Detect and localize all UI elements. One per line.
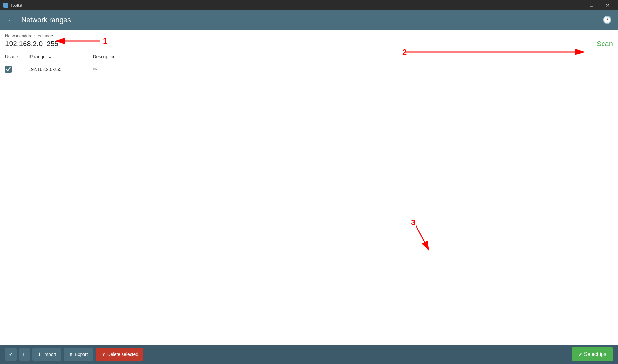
history-icon[interactable]: 🕐 [603, 16, 612, 24]
range-left: Network addresses range 192.168.2.0–255 [5, 34, 58, 48]
range-label: Network addresses range [5, 34, 58, 38]
check-all-button[interactable]: ✔ [5, 348, 17, 361]
uncheck-all-icon: □ [23, 352, 26, 357]
table-body: 192.168.2.0-255 ✏ [0, 63, 618, 76]
check-all-icon: ✔ [9, 352, 13, 357]
title-bar-controls: ─ □ ✕ [568, 0, 615, 10]
uncheck-all-button[interactable]: □ [19, 348, 30, 361]
main-content: Network addresses range 192.168.2.0–255 … [0, 30, 618, 345]
import-label: Import [43, 352, 56, 357]
col-description: Description [88, 51, 618, 63]
scan-button[interactable]: Scan [597, 40, 613, 48]
col-ip-range[interactable]: IP range ▲ [23, 51, 88, 63]
usage-cell [0, 63, 23, 76]
page-title: Network ranges [21, 16, 71, 24]
select-ips-button[interactable]: ✔ Select ips [572, 347, 613, 361]
export-label: Export [75, 352, 88, 357]
sort-arrow-icon: ▲ [48, 55, 52, 59]
export-icon: ⬆ [69, 352, 73, 357]
back-button[interactable]: ← [6, 15, 16, 25]
app-icon [3, 3, 8, 8]
export-button[interactable]: ⬆ Export [64, 348, 93, 361]
table-container: Usage IP range ▲ Description [0, 51, 618, 345]
ip-ranges-table: Usage IP range ▲ Description [0, 51, 618, 76]
delete-selected-button[interactable]: 🗑 Delete selected [96, 348, 144, 361]
import-icon: ⬇ [37, 352, 41, 357]
range-area: Network addresses range 192.168.2.0–255 … [0, 30, 618, 51]
bottom-toolbar: ✔ □ ⬇ Import ⬆ Export 🗑 Delete selected … [0, 345, 618, 364]
minimize-button[interactable]: ─ [568, 0, 583, 10]
maximize-button[interactable]: □ [584, 0, 599, 10]
import-button[interactable]: ⬇ Import [32, 348, 61, 361]
select-ips-label: Select ips [584, 351, 606, 357]
delete-icon: 🗑 [101, 352, 105, 357]
title-bar: Toolkit ─ □ ✕ [0, 0, 618, 10]
app-header: ← Network ranges 🕐 [0, 10, 618, 30]
delete-label: Delete selected [107, 352, 139, 357]
select-ips-check-icon: ✔ [578, 351, 582, 358]
ip-range-cell: 192.168.2.0-255 [23, 63, 88, 76]
description-cell: ✏ [88, 63, 618, 76]
col-usage: Usage [0, 51, 23, 63]
edit-icon[interactable]: ✏ [93, 67, 97, 72]
close-button[interactable]: ✕ [600, 0, 615, 10]
app-title: Toolkit [10, 3, 22, 8]
row-checkbox[interactable] [5, 66, 12, 73]
range-value[interactable]: 192.168.2.0–255 [5, 40, 58, 48]
table-row: 192.168.2.0-255 ✏ [0, 63, 618, 76]
table-header: Usage IP range ▲ Description [0, 51, 618, 63]
